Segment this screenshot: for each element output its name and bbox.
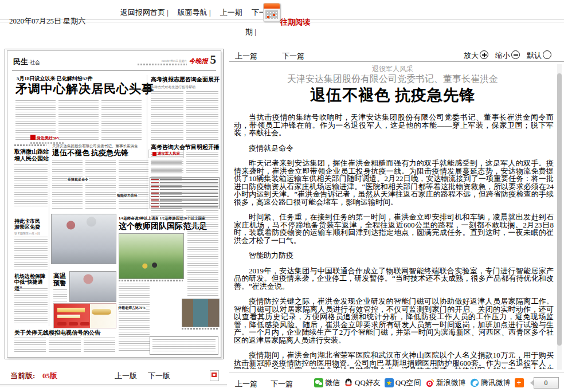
article-subheading: 智能助力防疫: [234, 252, 554, 260]
street-photo: [51, 214, 116, 264]
article-body: 当抗击疫情的集结号吹响时，天津安达集团股份有限公司党委书记、董事长崔洪金闻令而动…: [234, 113, 554, 369]
badge-square-icon: [30, 135, 36, 140]
scrollbar-thumb[interactable]: [557, 73, 562, 346]
anda-kicker: 天津安达集团股份有限公司党委书记、董事长崔洪金: [52, 144, 138, 148]
next-article-link[interactable]: 下一篇: [282, 51, 304, 61]
zoom-out-icon[interactable]: [511, 50, 520, 59]
share-tencent-weibo-button[interactable]: 腾讯微博: [470, 378, 511, 388]
masthead-rule: [12, 70, 216, 71]
zoom-reset-icon[interactable]: [543, 50, 551, 59]
share-wechat-button[interactable]: 微信: [314, 378, 340, 388]
divider: [229, 61, 564, 62]
page-thumbnail-panel: 民生·社会 2020年7月25日 星期六 今晚报 5 5月18日设立以来 已化解…: [5, 49, 224, 359]
photo-caption: [119, 280, 183, 281]
zoom-out-button[interactable]: 缩小: [495, 50, 520, 61]
article-paragraph: 昨天记者来到安达集团，握住崔洪金粗糙而强有力的双手就能感受到，这是军人的双手。疫…: [234, 159, 554, 206]
page-number: 5: [210, 54, 217, 65]
divider: [229, 373, 564, 373]
teachers-lawn-photo: [119, 233, 184, 279]
layout-nav-link[interactable]: 版面导航 |: [178, 7, 211, 18]
zoom-in-button[interactable]: 放大: [464, 50, 488, 61]
newspaper-page-thumbnail[interactable]: 民生·社会 2020年7月25日 星期六 今晚报 5 5月18日设立以来 已化解…: [7, 50, 221, 358]
ad-gold-text: [57, 315, 80, 318]
masthead-right: 2020年7月25日 星期六 今晚报 5: [138, 54, 217, 65]
wechat-icon: [314, 378, 323, 387]
article-subheading: 疫情就是命令: [234, 144, 554, 152]
issue-date: 2020年07月25日 星期六: [9, 16, 85, 26]
article-kicker: 退役军人风采: [229, 64, 556, 74]
simulated-text: [14, 164, 48, 208]
next-issue-link-part2[interactable]: 期 |: [245, 27, 256, 37]
simulated-text: [14, 338, 115, 354]
home-link[interactable]: 返回报网首页 |: [120, 7, 169, 18]
section-title: 民生·社会: [13, 57, 40, 67]
zoom-toolbar: 放大 缩小 默认: [464, 50, 551, 61]
ad-product-image: [92, 309, 111, 315]
simulated-text: [151, 210, 218, 216]
column-rule: [49, 143, 49, 326]
article-subtitle: 天津安达集团股份有限公司党委书记、董事长崔洪金: [229, 73, 556, 85]
info-box: [150, 336, 218, 355]
simulated-text: [14, 237, 48, 271]
ad-gold-text: [57, 308, 85, 312]
prev-article-link-bottom[interactable]: 上一篇: [235, 379, 257, 389]
veteran-badge: 退役军人风采: [148, 150, 184, 158]
share-qzone-button[interactable]: QQ空间: [385, 378, 421, 388]
anda-subhead-2: 智能助力防疫: [116, 193, 138, 198]
next-article-link-bottom[interactable]: 下一篇: [271, 379, 293, 389]
calendar-icon-dot: [267, 16, 269, 18]
tencent-weibo-icon: [470, 378, 479, 387]
advertisement-banner[interactable]: [53, 303, 116, 328]
photo-caption: [182, 328, 218, 330]
sina-weibo-icon: [425, 378, 434, 387]
past-issues-link[interactable]: 往期阅读: [280, 17, 310, 28]
share-count-value: 0: [534, 377, 559, 389]
prev-article-link[interactable]: 上一篇: [235, 51, 257, 61]
simulated-text: [187, 217, 218, 296]
calendar-icon[interactable]: [263, 3, 280, 22]
qq-icon: [344, 378, 353, 387]
paper-logo: 今晚报: [189, 57, 208, 65]
prev-page-link[interactable]: 上一版: [115, 371, 137, 381]
bookshelf-photo: [182, 299, 220, 327]
calendar-icon-top: [264, 3, 280, 9]
ad-chips: [57, 322, 89, 326]
more-share-button[interactable]: [515, 378, 524, 387]
card-headline[interactable]: 持此卡市民游景区免费: [14, 218, 49, 230]
article-paragraph: 时间紧、任务重，在接到任务的第一时间，崔洪金立即安排司机和车辆，凌晨就出发赶到石…: [234, 213, 554, 244]
article-paragraph: 疫情防控关键之际，崔洪金发现企业研发的智能门磁可以协助做好返津人员居家隔离工作。…: [234, 297, 554, 344]
anda-headline[interactable]: 退伍不褪色 抗疫急先锋: [52, 149, 128, 158]
simulated-text: [14, 288, 48, 324]
share-sina-weibo-button[interactable]: 新浪微博: [425, 378, 466, 388]
article-paragraph: 疫情期间，崔洪金向湖北省荣军医院和武汉市火神山医院以个人名义捐款10万元，用于购…: [234, 351, 554, 369]
current-page-value: 05版: [42, 371, 57, 381]
article-paragraph: 当抗击疫情的集结号吹响时，天津安达集团股份有限公司党委书记、董事长崔洪金闻令而动…: [234, 113, 554, 137]
qzone-icon: [385, 378, 394, 387]
anda-subhead-1: 疫情就是命令: [67, 177, 89, 182]
zoom-reset-button[interactable]: 默认: [527, 50, 551, 61]
notice-headline[interactable]: 关于关停无线模拟电视信号的公告: [14, 330, 100, 336]
share-bar: 微信 QQ好友 QQ空间 新浪微博 腾讯微博 0: [314, 377, 559, 389]
metro-headline[interactable]: 取消微山路站增人民公园站: [14, 148, 49, 162]
share-qq-button[interactable]: QQ好友: [344, 378, 381, 388]
zoom-in-icon[interactable]: [480, 50, 488, 59]
masthead-dateline: 2020年7月25日 星期六: [138, 60, 187, 65]
current-page-label: 当前版:: [10, 371, 35, 381]
next-page-link[interactable]: 下一版: [148, 371, 170, 381]
share-count: 0: [530, 377, 559, 389]
article-title: 退伍不褪色 抗疫急先锋: [229, 85, 556, 105]
simulated-text: [151, 91, 218, 142]
badge-square-icon: [152, 152, 156, 156]
lead-kicker: 5月18日设立以来 已化解纠纷52件: [17, 76, 93, 81]
simulated-text: [119, 284, 150, 352]
pdf-icon[interactable]: [210, 370, 219, 381]
top-nav: 返回报网首页 | 版面导航 | 上一期 下一: [120, 7, 267, 18]
gaokao-headline[interactable]: 高考填报志愿咨询全面展开: [151, 76, 220, 83]
top-bar: 2020年07月25日 星期六 返回报网首页 | 版面导航 | 上一期 下一 期…: [0, 0, 564, 46]
simulated-text: [14, 144, 46, 146]
prev-issue-link[interactable]: 上一期: [220, 7, 242, 18]
calendar-icon-dot: [273, 14, 275, 16]
lead-headline[interactable]: 矛调中心解决居民心头事: [15, 82, 154, 96]
article-paragraph: 2019年，安达集团与中国联通合作成立了物联网智能终端联合实验室，专门进行智能居…: [234, 267, 554, 291]
simulated-text: [52, 160, 182, 210]
